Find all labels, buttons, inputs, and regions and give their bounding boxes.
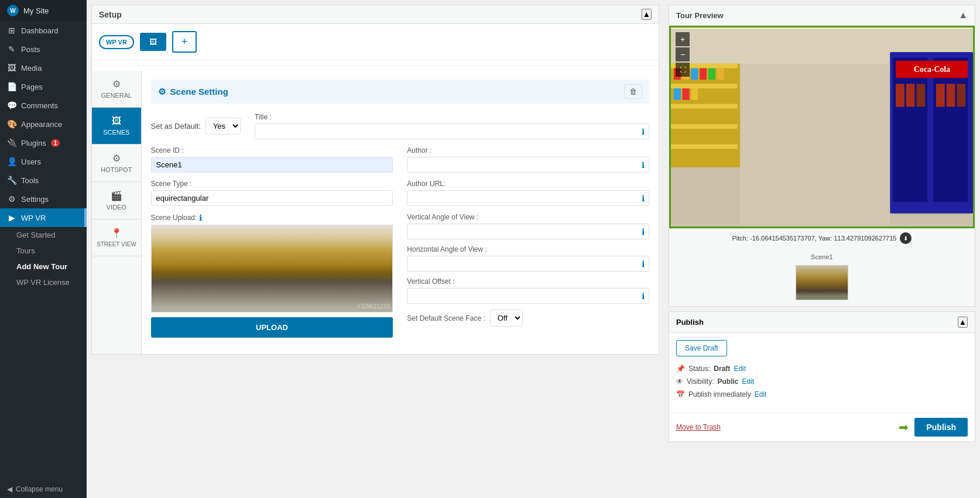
- setup-header: Setup ▲: [92, 5, 659, 24]
- zoom-out-btn[interactable]: −: [676, 47, 690, 61]
- tab-street-view[interactable]: 📍 STREET VIEW: [92, 219, 141, 256]
- image-tab-btn[interactable]: 🖼: [140, 33, 166, 51]
- sidebar-item-comments[interactable]: 💬 Comments: [0, 96, 87, 115]
- download-coords-btn[interactable]: ⬇: [900, 232, 912, 244]
- scene-id-label: Scene ID :: [151, 146, 393, 154]
- sidebar-header: W My Site: [0, 0, 87, 21]
- set-as-default-select[interactable]: Yes No: [205, 118, 241, 135]
- title-label: Title :: [255, 113, 272, 121]
- publish-time-edit-link[interactable]: Edit: [755, 390, 767, 399]
- move-to-trash-btn[interactable]: Move to Trash: [676, 423, 721, 431]
- scene-id-input[interactable]: [151, 157, 393, 173]
- tab-general[interactable]: ⚙ GENERAL: [92, 70, 141, 108]
- author-url-input[interactable]: [407, 190, 649, 206]
- preview-scene-svg: Coca-Cola ЛИДСКОЕ: [671, 28, 973, 226]
- sidebar-sub-add-new-tour[interactable]: Add New Tour: [0, 259, 87, 274]
- sidebar-sub-wpvr-license[interactable]: WP VR License: [0, 274, 87, 290]
- svg-text:Coca-Cola: Coca-Cola: [914, 65, 950, 74]
- svg-rect-27: [957, 84, 965, 107]
- svg-rect-14: [674, 88, 681, 100]
- upload-info-icon[interactable]: ℹ: [199, 213, 202, 222]
- tour-preview-header: Tour Preview ▲: [669, 5, 975, 26]
- sidebar-item-tools[interactable]: 🔧 Tools: [0, 171, 87, 190]
- appearance-icon: 🎨: [7, 119, 16, 129]
- publish-btn[interactable]: Publish: [914, 418, 968, 437]
- sidebar-item-appearance[interactable]: 🎨 Appearance: [0, 115, 87, 133]
- tab-hotspot[interactable]: ⚙ HOTSPOT: [92, 145, 141, 182]
- add-tab-btn[interactable]: +: [172, 31, 197, 53]
- scene-type-input[interactable]: [151, 190, 393, 206]
- save-draft-btn[interactable]: Save Draft: [676, 340, 727, 356]
- default-scene-face-label: Set Default Scene Face :: [407, 314, 485, 322]
- tab-video[interactable]: 🎬 VIDEO: [92, 182, 141, 219]
- collapse-menu[interactable]: ◀ Collapse menu: [0, 480, 87, 498]
- tour-logo: WP VR: [99, 35, 134, 49]
- sidebar-item-media[interactable]: 🖼 Media: [0, 59, 87, 77]
- fullscreen-btn[interactable]: ⛶: [676, 63, 690, 77]
- tab-scenes-label: SCENES: [97, 129, 136, 136]
- svg-rect-30: [740, 64, 890, 225]
- vertical-angle-input[interactable]: [407, 224, 649, 239]
- scene-thumb-1-img[interactable]: [796, 265, 848, 300]
- tab-general-label: GENERAL: [97, 92, 136, 99]
- publish-meta: 📌 Status: Draft Edit 👁 Visibility: Publi…: [676, 362, 968, 401]
- preview-scene-background: Coca-Cola ЛИДСКОЕ: [671, 28, 973, 226]
- sidebar-item-pages[interactable]: 📄 Pages: [0, 77, 87, 96]
- author-input[interactable]: [407, 157, 649, 173]
- sidebar-item-posts[interactable]: ✎ Posts: [0, 40, 87, 59]
- publish-panel: Publish ▲ Save Draft 📌 Status: Draft Edi…: [669, 311, 975, 442]
- visibility-icon: 👁: [676, 377, 683, 386]
- vertical-angle-label: Vertical Angle of View :: [407, 213, 649, 221]
- sidebar-item-settings[interactable]: ⚙ Settings: [0, 190, 87, 208]
- horizontal-angle-input[interactable]: [407, 256, 649, 272]
- scene-thumb-1-label: Scene1: [811, 253, 832, 260]
- default-scene-face-group: Set Default Scene Face : Off On: [407, 310, 649, 327]
- tab-street-view-label: STREET VIEW: [97, 241, 136, 248]
- publish-body: Save Draft 📌 Status: Draft Edit 👁 Visibi…: [669, 333, 975, 408]
- scene-setting-header: ⚙ Scene Setting 🗑: [151, 80, 649, 104]
- sidebar-label-comments: Comments: [21, 101, 58, 110]
- publish-collapse-btn[interactable]: ▲: [958, 317, 968, 328]
- tab-scenes[interactable]: 🖼 SCENES: [92, 108, 141, 145]
- sidebar-sub-tours[interactable]: Tours: [0, 243, 87, 259]
- visibility-edit-link[interactable]: Edit: [742, 377, 754, 386]
- author-info-icon[interactable]: ℹ: [642, 160, 645, 170]
- side-tabs: ⚙ GENERAL 🖼 SCENES ⚙ HOTSPOT 🎬 VIDEO: [92, 70, 142, 354]
- visibility-label: Visibility:: [687, 377, 714, 386]
- sidebar-item-dashboard[interactable]: ⊞ Dashboard: [0, 21, 87, 40]
- sidebar-item-plugins[interactable]: 🔌 Plugins 1: [0, 133, 87, 152]
- sidebar-sub-get-started[interactable]: Get Started: [0, 227, 87, 243]
- zoom-in-btn[interactable]: +: [676, 32, 690, 46]
- tour-preview-collapse-btn[interactable]: ▲: [958, 10, 968, 20]
- svg-rect-5: [671, 104, 737, 109]
- svg-rect-13: [717, 68, 724, 80]
- status-label: Status:: [688, 365, 710, 373]
- calendar-icon: 📅: [676, 390, 685, 399]
- default-scene-face-select[interactable]: Off On: [490, 310, 523, 327]
- sidebar-item-users[interactable]: 👤 Users: [0, 152, 87, 171]
- scene-preview-img: #329611233: [151, 225, 393, 312]
- svg-rect-11: [700, 68, 707, 80]
- hotspot-icon: ⚙: [97, 153, 136, 164]
- title-info-icon[interactable]: ℹ: [642, 127, 645, 136]
- author-url-info-icon[interactable]: ℹ: [642, 194, 645, 203]
- upload-btn[interactable]: UPLOAD: [151, 317, 393, 338]
- vertical-angle-info-icon[interactable]: ℹ: [642, 227, 645, 236]
- horizontal-angle-label: Horizontal Angle of View :: [407, 245, 649, 253]
- scenes-icon: 🖼: [97, 116, 136, 126]
- delete-scene-btn[interactable]: 🗑: [624, 84, 642, 99]
- status-item: 📌 Status: Draft Edit: [676, 362, 968, 375]
- pitch-yaw-text: Pitch: -16.064154535173707, Yaw: 113.427…: [732, 235, 897, 242]
- posts-icon: ✎: [7, 44, 16, 54]
- vertical-offset-input[interactable]: [407, 288, 649, 304]
- wordpress-icon: W: [7, 5, 19, 16]
- pages-icon: 📄: [7, 82, 16, 91]
- horizontal-angle-info-icon[interactable]: ℹ: [642, 259, 645, 269]
- svg-rect-23: [906, 84, 915, 107]
- setup-collapse-btn[interactable]: ▲: [642, 9, 652, 20]
- status-edit-link[interactable]: Edit: [734, 365, 746, 373]
- author-url-group: Author URL: ℹ: [407, 180, 649, 206]
- sidebar-item-wpvr[interactable]: ▶ WP VR: [0, 208, 87, 227]
- vertical-offset-info-icon[interactable]: ℹ: [642, 291, 645, 301]
- title-input[interactable]: [255, 123, 649, 139]
